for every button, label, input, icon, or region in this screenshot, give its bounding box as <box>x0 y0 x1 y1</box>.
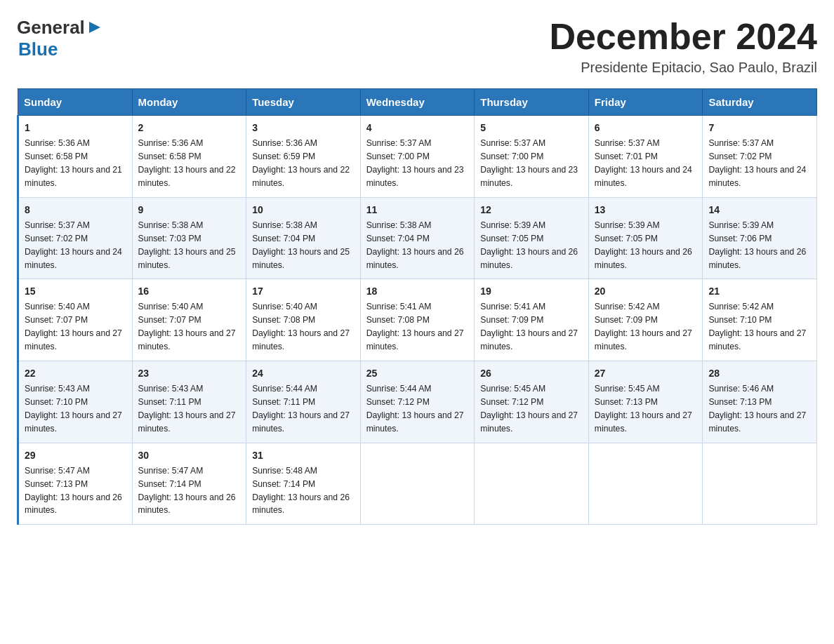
title-area: December 2024 Presidente Epitacio, Sao P… <box>549 17 817 76</box>
day-info: Sunrise: 5:41 AMSunset: 7:08 PMDaylight:… <box>366 302 464 351</box>
day-info: Sunrise: 5:42 AMSunset: 7:09 PMDaylight:… <box>595 302 692 351</box>
page-header: General Blue December 2024 Presidente Ep… <box>17 17 817 76</box>
day-info: Sunrise: 5:36 AMSunset: 6:58 PMDaylight:… <box>25 138 122 188</box>
day-cell <box>475 443 589 525</box>
week-row-1: 1Sunrise: 5:36 AMSunset: 6:58 PMDaylight… <box>18 116 817 198</box>
day-number: 29 <box>25 448 126 463</box>
day-cell: 3Sunrise: 5:36 AMSunset: 6:59 PMDaylight… <box>246 116 361 198</box>
day-cell: 27Sunrise: 5:45 AMSunset: 7:13 PMDayligh… <box>588 361 703 443</box>
day-info: Sunrise: 5:40 AMSunset: 7:07 PMDaylight:… <box>25 302 122 351</box>
week-row-4: 22Sunrise: 5:43 AMSunset: 7:10 PMDayligh… <box>18 361 817 443</box>
day-number: 26 <box>480 366 583 381</box>
day-info: Sunrise: 5:47 AMSunset: 7:14 PMDaylight:… <box>138 466 236 516</box>
day-cell: 6Sunrise: 5:37 AMSunset: 7:01 PMDaylight… <box>588 116 703 198</box>
day-cell: 9Sunrise: 5:38 AMSunset: 7:03 PMDaylight… <box>132 197 246 279</box>
day-cell: 19Sunrise: 5:41 AMSunset: 7:09 PMDayligh… <box>475 279 589 361</box>
header-saturday: Saturday <box>703 89 817 116</box>
month-title: December 2024 <box>549 17 817 57</box>
day-number: 2 <box>138 121 241 135</box>
day-number: 20 <box>595 284 697 299</box>
day-number: 7 <box>708 121 811 135</box>
svg-marker-0 <box>89 22 100 33</box>
header-sunday: Sunday <box>18 89 133 116</box>
week-row-2: 8Sunrise: 5:37 AMSunset: 7:02 PMDaylight… <box>18 197 817 279</box>
day-info: Sunrise: 5:38 AMSunset: 7:03 PMDaylight:… <box>138 220 236 270</box>
day-info: Sunrise: 5:37 AMSunset: 7:02 PMDaylight:… <box>25 220 122 270</box>
header-wednesday: Wednesday <box>360 89 475 116</box>
day-cell: 10Sunrise: 5:38 AMSunset: 7:04 PMDayligh… <box>246 197 361 279</box>
day-cell: 18Sunrise: 5:41 AMSunset: 7:08 PMDayligh… <box>360 279 475 361</box>
day-info: Sunrise: 5:37 AMSunset: 7:01 PMDaylight:… <box>595 138 692 188</box>
day-cell: 8Sunrise: 5:37 AMSunset: 7:02 PMDaylight… <box>18 197 133 279</box>
day-number: 21 <box>708 284 811 299</box>
day-cell: 7Sunrise: 5:37 AMSunset: 7:02 PMDaylight… <box>703 116 817 198</box>
header-friday: Friday <box>588 89 703 116</box>
day-cell: 24Sunrise: 5:44 AMSunset: 7:11 PMDayligh… <box>246 361 361 443</box>
day-cell: 31Sunrise: 5:48 AMSunset: 7:14 PMDayligh… <box>246 443 361 525</box>
day-info: Sunrise: 5:38 AMSunset: 7:04 PMDaylight:… <box>366 220 464 270</box>
calendar-header-row: SundayMondayTuesdayWednesdayThursdayFrid… <box>18 89 817 116</box>
day-info: Sunrise: 5:45 AMSunset: 7:12 PMDaylight:… <box>480 384 578 434</box>
day-cell <box>703 443 817 525</box>
day-info: Sunrise: 5:48 AMSunset: 7:14 PMDaylight:… <box>252 466 350 516</box>
day-number: 25 <box>366 366 469 381</box>
day-number: 12 <box>480 203 583 217</box>
day-number: 10 <box>252 203 355 217</box>
calendar-table: SundayMondayTuesdayWednesdayThursdayFrid… <box>17 88 817 525</box>
day-cell <box>360 443 475 525</box>
day-number: 18 <box>366 284 469 299</box>
header-monday: Monday <box>132 89 246 116</box>
day-number: 5 <box>480 121 583 135</box>
day-cell: 11Sunrise: 5:38 AMSunset: 7:04 PMDayligh… <box>360 197 475 279</box>
week-row-3: 15Sunrise: 5:40 AMSunset: 7:07 PMDayligh… <box>18 279 817 361</box>
day-info: Sunrise: 5:41 AMSunset: 7:09 PMDaylight:… <box>480 302 578 351</box>
day-info: Sunrise: 5:42 AMSunset: 7:10 PMDaylight:… <box>708 302 806 351</box>
day-info: Sunrise: 5:39 AMSunset: 7:05 PMDaylight:… <box>480 220 578 270</box>
day-number: 17 <box>252 284 355 299</box>
day-cell: 23Sunrise: 5:43 AMSunset: 7:11 PMDayligh… <box>132 361 246 443</box>
logo: General Blue <box>17 17 102 60</box>
day-number: 31 <box>252 448 355 463</box>
day-cell: 13Sunrise: 5:39 AMSunset: 7:05 PMDayligh… <box>588 197 703 279</box>
day-cell: 16Sunrise: 5:40 AMSunset: 7:07 PMDayligh… <box>132 279 246 361</box>
day-info: Sunrise: 5:47 AMSunset: 7:13 PMDaylight:… <box>25 466 122 516</box>
header-tuesday: Tuesday <box>246 89 361 116</box>
day-number: 9 <box>138 203 241 217</box>
day-info: Sunrise: 5:37 AMSunset: 7:00 PMDaylight:… <box>366 138 464 188</box>
day-info: Sunrise: 5:38 AMSunset: 7:04 PMDaylight:… <box>252 220 350 270</box>
day-info: Sunrise: 5:39 AMSunset: 7:06 PMDaylight:… <box>708 220 806 270</box>
day-info: Sunrise: 5:45 AMSunset: 7:13 PMDaylight:… <box>595 384 692 434</box>
day-info: Sunrise: 5:39 AMSunset: 7:05 PMDaylight:… <box>595 220 692 270</box>
day-cell: 29Sunrise: 5:47 AMSunset: 7:13 PMDayligh… <box>18 443 133 525</box>
location-subtitle: Presidente Epitacio, Sao Paulo, Brazil <box>549 60 817 76</box>
day-info: Sunrise: 5:40 AMSunset: 7:08 PMDaylight:… <box>252 302 350 351</box>
day-cell: 20Sunrise: 5:42 AMSunset: 7:09 PMDayligh… <box>588 279 703 361</box>
day-cell: 1Sunrise: 5:36 AMSunset: 6:58 PMDaylight… <box>18 116 133 198</box>
day-cell: 14Sunrise: 5:39 AMSunset: 7:06 PMDayligh… <box>703 197 817 279</box>
day-number: 27 <box>595 366 697 381</box>
day-cell: 25Sunrise: 5:44 AMSunset: 7:12 PMDayligh… <box>360 361 475 443</box>
logo-flag-icon <box>86 20 102 36</box>
day-info: Sunrise: 5:36 AMSunset: 6:58 PMDaylight:… <box>138 138 236 188</box>
day-info: Sunrise: 5:46 AMSunset: 7:13 PMDaylight:… <box>708 384 806 434</box>
day-info: Sunrise: 5:44 AMSunset: 7:11 PMDaylight:… <box>252 384 350 434</box>
day-info: Sunrise: 5:37 AMSunset: 7:02 PMDaylight:… <box>708 138 806 188</box>
day-number: 3 <box>252 121 355 135</box>
day-number: 30 <box>138 448 241 463</box>
day-cell <box>588 443 703 525</box>
day-cell: 5Sunrise: 5:37 AMSunset: 7:00 PMDaylight… <box>475 116 589 198</box>
day-number: 23 <box>138 366 241 381</box>
day-number: 11 <box>366 203 469 217</box>
day-info: Sunrise: 5:37 AMSunset: 7:00 PMDaylight:… <box>480 138 578 188</box>
day-cell: 2Sunrise: 5:36 AMSunset: 6:58 PMDaylight… <box>132 116 246 198</box>
week-row-5: 29Sunrise: 5:47 AMSunset: 7:13 PMDayligh… <box>18 443 817 525</box>
day-number: 19 <box>480 284 583 299</box>
day-info: Sunrise: 5:43 AMSunset: 7:11 PMDaylight:… <box>138 384 236 434</box>
day-number: 15 <box>25 284 126 299</box>
day-number: 13 <box>595 203 697 217</box>
day-number: 1 <box>25 121 126 135</box>
day-cell: 22Sunrise: 5:43 AMSunset: 7:10 PMDayligh… <box>18 361 133 443</box>
day-number: 14 <box>708 203 811 217</box>
day-cell: 15Sunrise: 5:40 AMSunset: 7:07 PMDayligh… <box>18 279 133 361</box>
day-cell: 21Sunrise: 5:42 AMSunset: 7:10 PMDayligh… <box>703 279 817 361</box>
